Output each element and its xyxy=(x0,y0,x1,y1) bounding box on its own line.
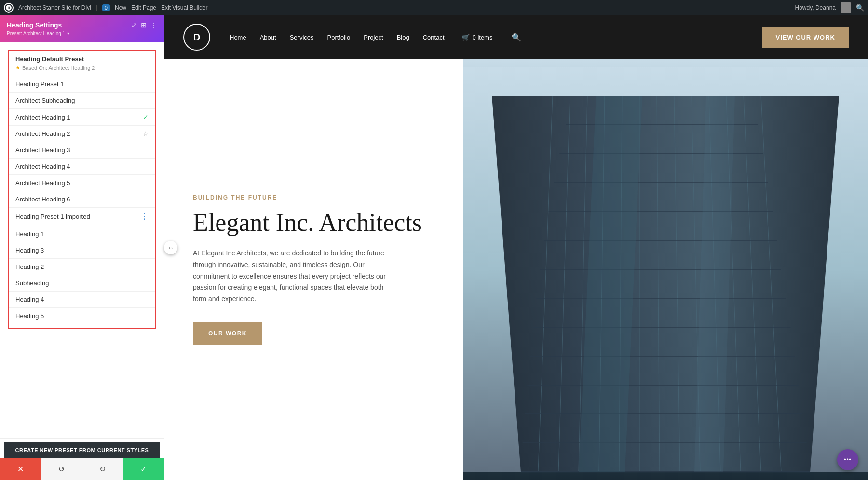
bottom-toolbar: ✕ ↺ ↻ ✓ xyxy=(0,458,164,480)
nav-portfolio[interactable]: Portfolio xyxy=(327,34,351,41)
fab-button[interactable]: ••• xyxy=(837,449,858,470)
comment-count[interactable]: 0 xyxy=(102,4,110,11)
preset-item[interactable]: Heading Preset 1 xyxy=(9,76,155,93)
separator: | xyxy=(96,4,97,11)
default-preset-title: Heading Default Preset xyxy=(15,55,149,63)
nav-about[interactable]: About xyxy=(260,34,276,41)
preset-item[interactable]: Architect Subheading xyxy=(9,93,155,109)
preset-item-label: Architect Heading 6 xyxy=(15,196,149,203)
main-layout: Heading Settings ⤢ ⊞ ⋮ Preset: Architect… xyxy=(0,15,868,480)
preset-list: Heading Preset 1Architect SubheadingArch… xyxy=(9,76,155,329)
create-preset-button[interactable]: CREATE NEW PRESET FROM CURRENT STYLES xyxy=(4,442,160,458)
hero-title: Elegant Inc. Architects xyxy=(193,209,434,236)
preset-item-label: Heading 2 xyxy=(15,263,149,270)
exit-builder-link[interactable]: Exit Visual Builder xyxy=(161,4,208,11)
preset-item-label: Subheading xyxy=(15,280,149,287)
save-icon: ✓ xyxy=(140,465,147,474)
nav-search-icon[interactable]: 🔍 xyxy=(512,33,521,42)
hero-body: At Elegant Inc Architects, we are dedica… xyxy=(193,248,395,305)
site-logo: D xyxy=(183,24,210,51)
wp-logo[interactable] xyxy=(4,3,14,13)
hero-section: BUILDING THE FUTURE Elegant Inc. Archite… xyxy=(164,59,868,480)
preset-item-label: Heading Preset 1 xyxy=(15,80,149,88)
our-work-button[interactable]: OUR WORK xyxy=(193,322,262,345)
right-content: D Home About Services Portfolio Project … xyxy=(164,15,868,480)
site-nav: D Home About Services Portfolio Project … xyxy=(164,15,868,59)
nav-blog[interactable]: Blog xyxy=(397,34,409,41)
heading-settings-panel: Heading Settings ⤢ ⊞ ⋮ Preset: Architect… xyxy=(0,15,164,480)
panel-header: Heading Settings ⤢ ⊞ ⋮ Preset: Architect… xyxy=(0,15,164,42)
cart-icon: 🛒 xyxy=(462,34,470,41)
undo-button[interactable]: ↺ xyxy=(41,458,82,480)
star-indicator-icon: ☆ xyxy=(143,130,149,137)
new-link[interactable]: New xyxy=(115,4,126,11)
nav-project[interactable]: Project xyxy=(364,34,383,41)
admin-bar-left: Architect Starter Site for Divi | 0 New … xyxy=(4,3,789,13)
preset-selector[interactable]: Preset: Architect Heading 1 ▾ xyxy=(7,31,157,36)
hero-right: ••• xyxy=(463,59,868,480)
search-icon[interactable]: 🔍 xyxy=(856,4,864,12)
nav-contact[interactable]: Contact xyxy=(423,34,445,41)
default-preset-based: ★ Based On: Architect Heading 2 xyxy=(15,65,149,71)
hero-eyebrow: BUILDING THE FUTURE xyxy=(193,194,434,201)
close-button[interactable]: ✕ xyxy=(0,458,41,480)
preset-item[interactable]: Heading 5 xyxy=(9,308,155,324)
expand-icon[interactable]: ⤢ xyxy=(131,21,137,29)
preset-item-label: Architect Heading 1 xyxy=(15,114,143,121)
preset-item-label: Heading 4 xyxy=(15,296,149,303)
hero-left: BUILDING THE FUTURE Elegant Inc. Archite… xyxy=(164,59,463,480)
close-icon: ✕ xyxy=(17,465,24,474)
save-button[interactable]: ✓ xyxy=(123,458,164,480)
site-name[interactable]: Architect Starter Site for Divi xyxy=(18,4,91,11)
preset-item[interactable]: Architect Heading 6 xyxy=(9,191,155,208)
preset-label-text: Preset: Architect Heading 1 xyxy=(7,31,65,36)
preset-item[interactable]: Heading 3 xyxy=(9,242,155,259)
avatar xyxy=(841,2,851,13)
admin-bar: Architect Starter Site for Divi | 0 New … xyxy=(0,0,868,15)
chevron-down-icon: ▾ xyxy=(67,31,69,36)
star-icon: ★ xyxy=(15,65,20,71)
preset-item-label: Architect Heading 5 xyxy=(15,179,149,187)
cart-count: 0 items xyxy=(473,34,493,41)
preset-item[interactable]: Heading 6 xyxy=(9,324,155,329)
based-on-text: Based On: Architect Heading 2 xyxy=(22,65,95,71)
howdy-text: Howdy, Deanna xyxy=(795,4,836,11)
more-icon[interactable]: ⋮ xyxy=(150,21,157,29)
preset-item-label: Heading 5 xyxy=(15,312,149,320)
preset-item[interactable]: Subheading xyxy=(9,275,155,292)
preset-item[interactable]: Architect Heading 2☆ xyxy=(9,126,155,142)
preset-item[interactable]: Architect Heading 4 xyxy=(9,159,155,175)
default-preset-box[interactable]: Heading Default Preset ★ Based On: Archi… xyxy=(9,51,155,76)
edit-page-link[interactable]: Edit Page xyxy=(131,4,156,11)
website-preview: D Home About Services Portfolio Project … xyxy=(164,15,868,480)
preset-item[interactable]: Architect Heading 5 xyxy=(9,175,155,191)
panel-header-top: Heading Settings ⤢ ⊞ ⋮ xyxy=(7,21,157,29)
site-nav-right: VIEW OUR WORK xyxy=(762,27,849,48)
redo-button[interactable]: ↻ xyxy=(82,458,123,480)
nav-home[interactable]: Home xyxy=(230,34,246,41)
preset-item-label: Heading 1 xyxy=(15,230,149,238)
redo-icon: ↻ xyxy=(99,465,106,474)
panel-header-icons: ⤢ ⊞ ⋮ xyxy=(131,21,157,29)
check-icon: ✓ xyxy=(143,113,149,121)
preset-item-label: Architect Heading 4 xyxy=(15,163,149,170)
nav-services[interactable]: Services xyxy=(290,34,314,41)
columns-icon[interactable]: ⊞ xyxy=(141,21,147,29)
preset-item[interactable]: Heading 2 xyxy=(9,259,155,275)
building-image xyxy=(463,59,868,480)
preset-item[interactable]: Architect Heading 3 xyxy=(9,142,155,159)
preset-item-label: Architect Heading 3 xyxy=(15,147,149,154)
preset-item[interactable]: Architect Heading 1✓ xyxy=(9,109,155,126)
preset-item[interactable]: Heading 1 xyxy=(9,226,155,242)
preset-item[interactable]: Heading 4 xyxy=(9,292,155,308)
logo-letter: D xyxy=(193,32,200,43)
view-work-button[interactable]: VIEW OUR WORK xyxy=(762,27,849,48)
preset-list-container: Heading Default Preset ★ Based On: Archi… xyxy=(8,50,156,329)
preset-item-label: Heading Preset 1 imported xyxy=(15,213,140,220)
undo-icon: ↺ xyxy=(58,465,65,474)
drag-handle[interactable]: ↔ xyxy=(164,241,177,254)
preset-item[interactable]: Heading Preset 1 imported⋮ xyxy=(9,208,155,226)
nav-cart[interactable]: 🛒 0 items xyxy=(462,34,493,41)
preset-item-label: Heading 3 xyxy=(15,247,149,254)
dots-icon[interactable]: ⋮ xyxy=(140,212,149,221)
